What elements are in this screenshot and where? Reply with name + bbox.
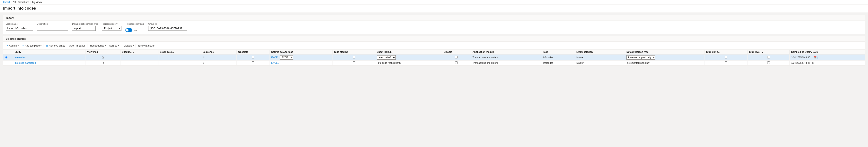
entity-attribute-label: Entity attribute <box>138 44 155 47</box>
sequence-cell: 1 <box>201 61 237 65</box>
stop-level-cell <box>747 61 789 65</box>
open-in-excel-button[interactable]: Open in Excel <box>67 43 87 48</box>
source-format-select[interactable]: EXCEL <box>280 55 293 60</box>
data-project-input[interactable] <box>72 26 96 31</box>
ax-operations: AX : Operations <box>13 1 29 3</box>
data-project-label: Data project operation type <box>72 23 98 25</box>
radio-cell <box>3 61 9 65</box>
sheet-lookup-select[interactable]: Info_codes$ <box>377 55 396 60</box>
view-map-cell[interactable]: 🗋 <box>86 61 120 65</box>
source-format-value: EXCEL <box>271 56 279 59</box>
import-section: Import Group name Description Data proje… <box>3 15 865 34</box>
sheet-lookup-cell: Info_codes$ <box>375 55 442 61</box>
stop-unit-checkbox[interactable] <box>725 61 727 64</box>
remove-entity-label: Remove entity <box>49 44 65 47</box>
col-refresh <box>9 50 13 55</box>
default-refresh-select[interactable]: Incremental push only <box>626 55 655 60</box>
expiry-date-cell: 1/24/2025 5:43:30 ...📅ℹ <box>789 55 865 61</box>
obsolete-cell <box>237 55 270 61</box>
import-form-row: Group name Description Data project oper… <box>6 23 862 32</box>
obsolete-checkbox[interactable] <box>252 61 254 64</box>
truncate-toggle[interactable] <box>125 28 132 32</box>
add-template-button[interactable]: + Add template ▾ <box>21 43 43 48</box>
col-source-format: Source data format <box>270 50 333 55</box>
group-id-field: Group ID <box>148 23 187 31</box>
stop-unit-cell <box>705 61 747 65</box>
obsolete-cell <box>237 61 270 65</box>
description-label: Description <box>37 23 68 25</box>
disable-checkbox[interactable] <box>455 56 458 58</box>
sort-by-button[interactable]: Sort by ▾ <box>107 43 120 48</box>
disable-checkbox[interactable] <box>455 61 458 64</box>
project-category-select[interactable]: Project <box>102 26 121 31</box>
stop-unit-cell <box>705 55 747 61</box>
disable-button[interactable]: Disable ▾ <box>122 43 135 48</box>
skip-staging-checkbox[interactable] <box>353 61 355 64</box>
col-default-refresh: Default refresh type <box>625 50 705 55</box>
import-link[interactable]: Import <box>3 1 10 3</box>
entities-table-wrapper: Entity View map Executi... ▴ Level in ex… <box>3 50 865 65</box>
import-section-body: Group name Description Data project oper… <box>3 21 865 34</box>
col-app-module: Application module <box>471 50 541 55</box>
entity-radio[interactable] <box>5 56 7 58</box>
calendar-icon[interactable]: 📅 <box>813 56 816 59</box>
entities-toolbar: + Add file ▾ + Add template ▾ ⧉ Remove e… <box>3 41 865 50</box>
col-skip-staging: Skip staging <box>333 50 375 55</box>
execution-sort: ▴ <box>133 51 134 53</box>
description-input[interactable] <box>37 26 68 31</box>
default-refresh-cell: Incremental push only <box>625 55 705 61</box>
entity-category-cell: Master <box>575 61 625 65</box>
selected-entities-header: Selected entities <box>3 36 865 41</box>
selected-entities-section: Selected entities + Add file ▾ + Add tem… <box>3 36 865 66</box>
col-radio <box>3 50 9 55</box>
plus-icon: + <box>7 44 8 47</box>
stop-unit-checkbox[interactable] <box>725 56 727 58</box>
my-view-chevron: ▾ <box>41 1 42 3</box>
toolbar-sep-4 <box>135 43 136 48</box>
col-execution: Executi... ▴ <box>120 50 158 55</box>
remove-entity-button[interactable]: ⧉ Remove entity <box>44 43 67 48</box>
resequence-button[interactable]: Resequence ▾ <box>88 43 107 48</box>
entity-category-cell: Master <box>575 55 625 61</box>
entities-table: Entity View map Executi... ▴ Level in ex… <box>3 50 865 65</box>
skip-staging-checkbox[interactable] <box>353 56 355 58</box>
stop-level-cell <box>747 55 789 61</box>
group-id-input[interactable] <box>148 26 187 31</box>
entity-link[interactable]: Info codes <box>15 56 25 59</box>
resequence-chevron: ▾ <box>105 45 106 47</box>
level-cell <box>158 61 201 65</box>
truncate-label: Truncate entity data <box>125 23 144 25</box>
table-row: Info code translation🗋1EXCELInfo_code_tr… <box>3 61 865 65</box>
data-project-field: Data project operation type <box>72 23 98 31</box>
disable-label: Disable <box>124 44 132 47</box>
expiry-date-value: 1/24/2025 5:43:30 ... <box>791 56 813 59</box>
source-format-cell: EXCELEXCEL <box>270 55 333 61</box>
group-id-label: Group ID <box>148 23 187 25</box>
expiry-date-cell: 1/24/2025 5:43:47 PM <box>789 61 865 65</box>
col-sheet-lookup: Sheet lookup <box>375 50 442 55</box>
table-row: Info codes🗋1EXCELEXCELInfo_codes$Transac… <box>3 55 865 61</box>
col-entity: Entity <box>13 50 86 55</box>
source-format-cell: EXCEL <box>270 61 333 65</box>
execution-cell <box>120 55 158 61</box>
add-file-button[interactable]: + Add file ▾ <box>5 43 20 48</box>
stop-level-checkbox[interactable] <box>767 61 770 64</box>
obsolete-checkbox[interactable] <box>252 56 254 58</box>
file-icon: 🗋 <box>101 61 104 64</box>
stop-level-checkbox[interactable] <box>767 56 770 58</box>
col-tags: Tags <box>541 50 575 55</box>
info-icon[interactable]: ℹ <box>817 56 818 59</box>
truncate-toggle-container: No <box>125 28 144 32</box>
sort-by-chevron: ▾ <box>118 45 119 47</box>
disable-cell <box>442 55 471 61</box>
add-file-chevron: ▾ <box>19 45 19 47</box>
my-view-dropdown[interactable]: My view ▾ <box>32 1 42 3</box>
view-map-cell[interactable]: 🗋 <box>86 55 120 61</box>
entity-attribute-button[interactable]: Entity attribute <box>136 43 156 48</box>
group-name-input[interactable] <box>6 26 33 31</box>
add-template-plus-icon: + <box>23 44 24 47</box>
col-view-map: View map <box>86 50 120 55</box>
add-template-label: Add template <box>25 44 40 47</box>
refresh-icon-cell <box>9 61 13 65</box>
entity-link[interactable]: Info code translation <box>15 62 36 64</box>
